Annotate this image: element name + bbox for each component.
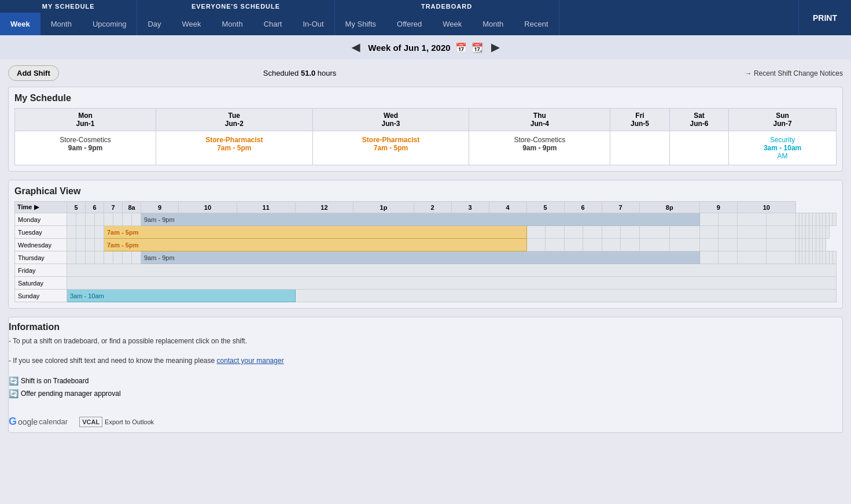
gv-day-thursday: Thursday [15, 251, 67, 264]
gv-cell [76, 239, 86, 251]
tradeboard-sync-icon: 🔄 [9, 376, 19, 386]
offer-info-row: 🔄 Offer pending manager approval [9, 389, 842, 398]
gv-cell [699, 239, 719, 251]
gv-row-sunday: Sunday 3am - 10am [15, 290, 837, 302]
gv-shift-monday[interactable]: 9am - 9pm [141, 213, 700, 226]
g-icon: G [9, 416, 17, 428]
th-10: 10 [179, 202, 237, 213]
nav-week[interactable]: Week [0, 13, 40, 35]
grid-calendar-icon[interactable]: 📆 [471, 42, 483, 53]
gv-shift-sunday[interactable]: 3am - 10am [67, 290, 296, 302]
shift-mon[interactable]: Store-Cosmetics9am - 9pm [15, 131, 156, 165]
nav-chart[interactable]: Chart [253, 13, 293, 35]
scheduled-hours: Scheduled 51.0 hours [263, 69, 337, 77]
th-7: 7 [104, 202, 123, 213]
gv-cell [699, 251, 719, 264]
shift-wed[interactable]: Store-Pharmacist7am - 5pm [312, 131, 469, 165]
col-sat: SatJun-6 [669, 109, 728, 131]
gv-cell [564, 226, 583, 239]
gv-cell [86, 239, 95, 251]
gv-day-wednesday: Wednesday [15, 239, 67, 251]
gv-row-monday: Monday 9am - 9pm [15, 213, 837, 226]
gv-cell [832, 251, 836, 264]
vcal-export-button[interactable]: VCAL Export to Outlook [79, 417, 154, 427]
th-9: 9 [141, 202, 179, 213]
gv-row-tuesday: Tuesday 7am - 5pm [15, 226, 837, 239]
gv-cell [104, 213, 113, 226]
gv-shift-thursday[interactable]: 9am - 9pm [141, 251, 700, 264]
th-6b: 6 [564, 202, 602, 213]
nav-offered[interactable]: Offered [386, 13, 432, 35]
nav-week-everyone[interactable]: Week [172, 13, 212, 35]
nav-month-everyone[interactable]: Month [212, 13, 253, 35]
gv-cell [669, 226, 699, 239]
gv-day-tuesday: Tuesday [15, 226, 67, 239]
th-12: 12 [295, 202, 353, 213]
gv-empty-saturday [67, 277, 837, 290]
gv-cell [564, 239, 583, 251]
nav-month-my[interactable]: Month [40, 13, 82, 35]
col-thu: ThuJun-4 [469, 109, 610, 131]
col-mon: MonJun-1 [15, 109, 156, 131]
gv-cell [67, 239, 76, 251]
nav-week-tradeboard[interactable]: Week [432, 13, 472, 35]
gv-shift-tuesday[interactable]: 7am - 5pm [104, 226, 527, 239]
gv-cell [583, 239, 602, 251]
shift-tue[interactable]: Store-Pharmacist7am - 5pm [156, 131, 312, 165]
gv-empty-sunday-after [295, 290, 836, 302]
add-shift-button[interactable]: Add Shift [8, 65, 59, 81]
nav-my-shifts[interactable]: My Shifts [335, 13, 386, 35]
nav-in-out[interactable]: In-Out [292, 13, 334, 35]
shift-sun[interactable]: Security3am - 10amAM [729, 131, 837, 165]
gv-cell [86, 226, 95, 239]
google-calendar-button[interactable]: Google calendar [9, 416, 68, 428]
gv-cell [699, 213, 719, 226]
gv-cell [123, 213, 132, 226]
nav-day[interactable]: Day [137, 13, 171, 35]
gv-cell [583, 226, 602, 239]
nav-upcoming[interactable]: Upcoming [82, 13, 137, 35]
gv-cell [546, 239, 565, 251]
prev-week-button[interactable]: ◀ [348, 40, 363, 55]
gv-shift-wednesday[interactable]: 7am - 5pm [104, 239, 527, 251]
gv-cell [737, 226, 766, 239]
gv-row-saturday: Saturday [15, 277, 837, 290]
recent-notices-link[interactable]: Recent Shift Change Notices [745, 69, 843, 77]
contact-manager-link[interactable]: contact your manager [217, 357, 284, 365]
print-button[interactable]: PRINT [798, 0, 851, 35]
main-content: Add Shift Scheduled 51.0 hours Recent Sh… [0, 60, 851, 447]
my-schedule-title: My Schedule [14, 93, 837, 103]
vcal-label: VCAL [79, 417, 102, 427]
gv-row-friday: Friday [15, 264, 837, 277]
gv-cell [767, 239, 795, 251]
information-section: Information - To put a shift on tradeboa… [8, 317, 843, 433]
gv-cell [67, 213, 76, 226]
offer-sync-icon: 🔄 [9, 389, 19, 398]
gv-cell [104, 251, 113, 264]
nav-month-tradeboard[interactable]: Month [472, 13, 514, 35]
gv-cell [737, 239, 766, 251]
col-tue: TueJun-2 [156, 109, 312, 131]
my-schedule-header: MY SCHEDULE [0, 0, 137, 13]
gv-day-monday: Monday [15, 213, 67, 226]
gv-cell [639, 226, 669, 239]
week-header: ◀ Week of Jun 1, 2020 📅 📆 ▶ [0, 35, 851, 60]
th-11: 11 [237, 202, 295, 213]
gv-cell [621, 239, 640, 251]
th-4: 4 [489, 202, 526, 213]
info-line-1: - To put a shift on tradeboard, or find … [9, 337, 842, 345]
next-week-button[interactable]: ▶ [488, 40, 503, 55]
gv-cell [719, 213, 738, 226]
gv-cell [767, 226, 795, 239]
scheduled-value: 51.0 [301, 69, 315, 77]
nav-recent[interactable]: Recent [514, 13, 558, 35]
calendar-icon[interactable]: 📅 [455, 42, 467, 53]
gv-cell [113, 251, 123, 264]
tradeboard-label: Shift is on Tradeboard [21, 377, 89, 385]
th-5: 5 [67, 202, 86, 213]
shift-thu[interactable]: Store-Cosmetics9am - 9pm [469, 131, 610, 165]
col-fri: FriJun-5 [610, 109, 669, 131]
th-8p: 8p [639, 202, 699, 213]
export-label: Export to Outlook [105, 418, 154, 425]
tradeboard-section: TRADEBOARD My Shifts Offered Week Month … [335, 0, 559, 35]
